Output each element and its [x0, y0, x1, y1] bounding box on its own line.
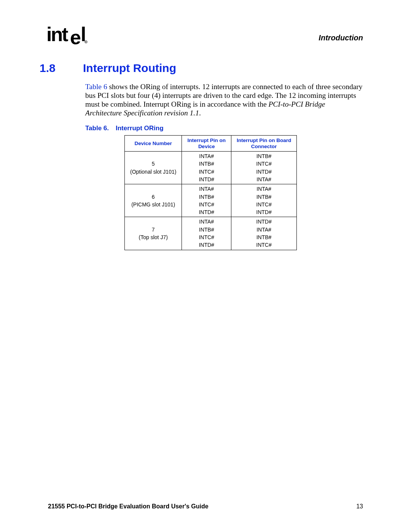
- cell-pin-device: INTA#INTB#INTC#INTD#: [182, 152, 231, 184]
- cell-pin-board: INTA#INTB#INTC#INTD#: [231, 184, 296, 217]
- cell-pin-board: INTD#INTA#INTB#INTC#: [231, 217, 296, 250]
- chapter-label: Introduction: [319, 34, 363, 42]
- brand-logo: int e l R: [46, 26, 88, 46]
- table-row: 7(Top slot J7)INTA#INTB#INTC#INTD#INTD#I…: [125, 217, 297, 250]
- col-pin-on-device: Interrupt Pin on Device: [182, 136, 231, 152]
- col-device-number: Device Number: [125, 136, 182, 152]
- table-row: 6(PICMG slot J101)INTA#INTB#INTC#INTD#IN…: [125, 184, 297, 217]
- paragraph-tail: .: [199, 109, 201, 117]
- svg-text:e: e: [70, 26, 81, 46]
- cell-device: 5(Optional slot J101): [125, 152, 182, 184]
- table-caption: Table 6.Interrupt ORing: [85, 125, 363, 132]
- table-caption-label: Table 6.: [85, 125, 116, 132]
- cell-device: 7(Top slot J7): [125, 217, 182, 250]
- cell-device: 6(PICMG slot J101): [125, 184, 182, 217]
- section-number: 1.8: [40, 62, 83, 75]
- section-title-text: Interrupt Routing: [83, 62, 176, 74]
- cell-pin-device: INTA#INTB#INTC#INTD#: [182, 184, 231, 217]
- table-header-row: Device Number Interrupt Pin on Device In…: [125, 136, 297, 152]
- svg-text:int: int: [46, 26, 68, 45]
- cell-pin-board: INTB#INTC#INTD#INTA#: [231, 152, 296, 184]
- intro-paragraph: Table 6 shows the ORing of interrupts. 1…: [85, 82, 363, 117]
- table-row: 5(Optional slot J101)INTA#INTB#INTC#INTD…: [125, 152, 297, 184]
- table-reference-link[interactable]: Table 6: [85, 83, 107, 91]
- col-pin-on-board: Interrupt Pin on Board Connector: [231, 136, 296, 152]
- cell-pin-device: INTA#INTB#INTC#INTD#: [182, 217, 231, 250]
- interrupt-oring-table: Device Number Interrupt Pin on Device In…: [124, 135, 297, 250]
- table-caption-title: Interrupt ORing: [116, 125, 164, 132]
- footer-doc-title: 21555 PCI-to-PCI Bridge Evaluation Board…: [48, 503, 209, 510]
- footer-page-number: 13: [356, 503, 363, 510]
- section-heading: 1.8Interrupt Routing: [40, 62, 363, 75]
